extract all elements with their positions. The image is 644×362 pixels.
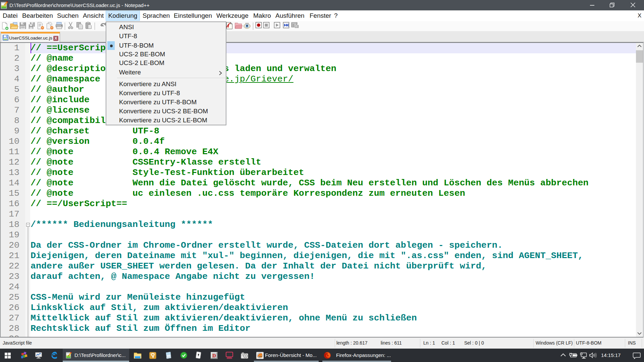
svg-text:D: D bbox=[212, 353, 216, 358]
